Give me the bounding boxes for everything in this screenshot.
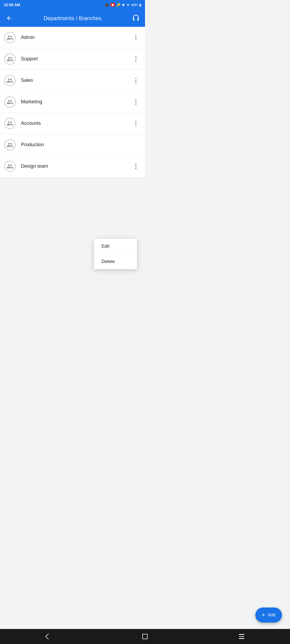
back-button[interactable] xyxy=(4,13,14,23)
more-menu-button-marketing[interactable] xyxy=(131,97,141,107)
status-icons: 🎥 ⏺ 🔑 ✱ ▼ WiFi ▮ xyxy=(105,3,141,7)
page-title: Departments / Branches xyxy=(18,15,127,21)
dept-icon xyxy=(4,118,16,129)
status-bar: 10:58 AM 🎥 ⏺ 🔑 ✱ ▼ WiFi ▮ xyxy=(0,0,145,10)
wifi-icon: WiFi xyxy=(131,3,138,7)
context-menu-edit[interactable]: Edit xyxy=(94,239,137,254)
list-item: Admin xyxy=(0,27,145,48)
dept-name: Production xyxy=(21,142,141,148)
context-menu: Edit Delete xyxy=(94,239,137,269)
more-menu-button-sales[interactable] xyxy=(131,76,141,85)
dept-name: Accounts xyxy=(21,120,131,126)
battery-icon: ▮ xyxy=(139,3,141,7)
list-item: Design team xyxy=(0,156,145,177)
dept-name: Admin xyxy=(21,35,131,40)
dept-name: Sales xyxy=(21,78,131,83)
context-menu-delete[interactable]: Delete xyxy=(94,254,137,269)
headset-action-button[interactable] xyxy=(131,13,141,23)
list-item: Sales xyxy=(0,70,145,91)
dept-icon xyxy=(4,139,16,151)
dept-name: Support xyxy=(21,56,131,62)
key-icon: 🔑 xyxy=(116,3,121,7)
list-item: Accounts xyxy=(0,113,145,134)
list-wrapper: Admin Support Sales Marketing xyxy=(0,27,145,274)
more-menu-button-accounts[interactable] xyxy=(131,119,141,128)
record-icon: ⏺ xyxy=(110,3,115,7)
more-menu-button-admin[interactable] xyxy=(131,33,141,42)
more-menu-button-support[interactable] xyxy=(131,54,141,64)
dept-name: Design team xyxy=(21,163,131,169)
dept-icon xyxy=(4,96,16,108)
more-menu-button-design[interactable] xyxy=(131,162,141,171)
list-item: Marketing xyxy=(0,91,145,113)
camera-icon: 🎥 xyxy=(105,3,109,7)
dept-icon xyxy=(4,32,16,43)
signal-icon: ▼ xyxy=(126,3,130,7)
status-time: 10:58 AM xyxy=(4,3,20,7)
dept-icon xyxy=(4,161,16,172)
list-item-production: Production Edit Delete xyxy=(0,134,145,156)
dept-icon xyxy=(4,75,16,86)
app-bar: Departments / Branches xyxy=(0,10,145,27)
dept-icon xyxy=(4,53,16,65)
dept-name: Marketing xyxy=(21,99,131,105)
list-item: Support xyxy=(0,48,145,70)
bluetooth-icon: ✱ xyxy=(122,3,125,7)
